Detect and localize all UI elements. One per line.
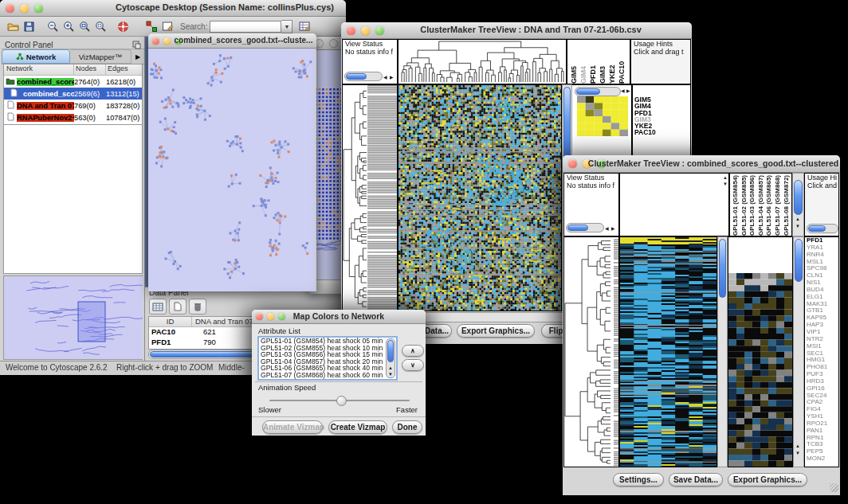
close-button[interactable] (347, 26, 355, 35)
treeview2-column-label[interactable]: GPL51-08 (GSM872) (783, 174, 791, 236)
treeview2-row-dendrogram[interactable] (563, 236, 619, 467)
scroll-left-icon[interactable]: ◀ (605, 226, 609, 232)
tab-network[interactable]: Network (2, 49, 70, 64)
view-status-scrollbar[interactable] (344, 72, 383, 81)
network-overview-canvas[interactable] (4, 276, 143, 359)
save-data-button[interactable]: Save Data... (669, 473, 723, 486)
view-status-scrollbar[interactable] (566, 223, 604, 232)
zoom-button[interactable] (278, 313, 285, 320)
float-panel-icon[interactable] (132, 38, 141, 53)
close-button[interactable] (568, 159, 577, 168)
treeview2-column-label[interactable]: GPL51-07 (GSM868) (774, 174, 783, 236)
treeview1-column-label[interactable]: GIM5 (570, 40, 579, 84)
close-button[interactable] (6, 4, 14, 13)
main-title-bar[interactable]: Cytoscape Desktop (Session Name: collins… (0, 0, 346, 17)
network-window-title-bar[interactable]: combined_scores_good.txt--cluste... (148, 33, 316, 49)
settings-button[interactable]: Settings... (613, 473, 664, 486)
open-session-icon[interactable] (5, 19, 21, 33)
network-row[interactable]: RNAPuberNov2+l 563(0) 107847(0) (4, 111, 142, 123)
zoom-out-icon[interactable] (45, 19, 61, 33)
treeview1-column-label[interactable]: PAC10 (618, 40, 627, 84)
treeview2-column-dendrogram[interactable]: ▲ ▼ (619, 173, 729, 236)
treeview2-heatmap[interactable] (619, 236, 717, 467)
treeview1-column-label[interactable]: GIM4 (579, 40, 589, 84)
scroll-up-icon[interactable]: ▲ (388, 365, 393, 371)
scroll-up-icon[interactable]: ▲ (723, 175, 728, 181)
scroll-down-icon[interactable]: ▼ (795, 451, 800, 456)
animation-speed-slider[interactable] (269, 400, 410, 401)
network-row-selected[interactable]: combined_sco 2569(6) 13112(15) (4, 88, 142, 100)
scroll-up-icon[interactable]: ▲ (795, 443, 800, 449)
scroll-right-icon[interactable]: ▶ (626, 88, 630, 94)
move-up-button[interactable]: ∧ (402, 345, 424, 357)
treeview1-column-label[interactable]: YKE2 (608, 40, 618, 84)
close-button[interactable] (256, 313, 263, 320)
export-graphics-button[interactable]: Export Graphics... (728, 473, 807, 486)
scroll-down-icon[interactable]: ▼ (795, 224, 800, 229)
treeview2-column-label[interactable]: GPL51-06 (GSM865) (765, 174, 774, 236)
zoom-selected-icon[interactable] (92, 19, 108, 33)
column-header-nodes[interactable]: Nodes (74, 64, 106, 75)
minimize-button[interactable] (267, 313, 274, 320)
column-header-network[interactable]: Network (4, 64, 74, 75)
network-overview-panel[interactable] (3, 275, 143, 360)
minimize-button[interactable] (163, 37, 171, 45)
treeview2-gene-label[interactable]: MON2 (805, 455, 838, 463)
attribute-listbox[interactable]: GPL51-01 (GSM854) heat shock 05 minGPL51… (257, 336, 398, 381)
minimize-button[interactable] (361, 26, 370, 35)
treeview1-column-dendrogram[interactable] (398, 39, 567, 84)
search-input[interactable] (210, 21, 281, 33)
move-down-button[interactable]: ∨ (402, 359, 424, 371)
scroll-down-icon[interactable]: ▼ (723, 182, 728, 187)
zoom-button[interactable] (175, 37, 182, 45)
submatrix-scrollbar[interactable] (575, 87, 621, 96)
listbox-scrollbar[interactable]: ▲ ▼ (386, 338, 395, 378)
treeview1-row-label[interactable]: PAC10 (633, 129, 690, 135)
network-row[interactable]: combined_scores 2764(0) 16218(0) (4, 76, 142, 88)
data-col-id[interactable]: ID (149, 317, 192, 326)
search-dropdown-button[interactable]: ▼ (281, 20, 292, 33)
close-button[interactable] (152, 37, 159, 45)
scroll-down-icon[interactable]: ▼ (388, 372, 393, 377)
treeview2-submatrix-panel[interactable] (728, 236, 793, 467)
attribute-table-icon[interactable] (149, 299, 167, 315)
annotation-icon[interactable] (159, 19, 175, 33)
column-labels-scrollbar[interactable]: ▲ ▼ (792, 173, 804, 236)
scroll-up-icon[interactable]: ▲ (795, 217, 800, 222)
network-row[interactable]: DNA and Tran 07 769(0) 183728(0) (4, 100, 142, 111)
treeview2-column-label[interactable]: GPL51-03 (GSM856) (748, 174, 757, 236)
dialog-title-bar[interactable]: Map Colors to Network (252, 310, 426, 324)
treeview1-row-dendrogram[interactable] (342, 84, 398, 311)
gene-list-scrollbar[interactable]: ▲ ▼ (793, 236, 804, 467)
usage-hints-scrollbar[interactable] (807, 224, 838, 233)
resize-grip[interactable] (830, 483, 838, 492)
attribute-list-item[interactable]: GPL51-07 (GSM868) heat shock 60 min (259, 372, 396, 379)
zoom-button[interactable] (597, 159, 606, 168)
scroll-right-icon[interactable]: ▶ (390, 75, 394, 80)
treeview1-submatrix-heatmap[interactable] (577, 96, 628, 136)
zoom-in-icon[interactable] (61, 19, 77, 33)
treeview2-column-label[interactable]: GPL51-04 (GSM857) (757, 174, 766, 236)
treeview2-title-bar[interactable]: ClusterMaker TreeView : combined_scores_… (563, 155, 840, 173)
treeview2-column-label[interactable]: GPL51-02 (GSM855) (740, 174, 749, 236)
treeview1-column-label[interactable]: PFD1 (589, 40, 599, 84)
minimize-button[interactable] (20, 4, 29, 13)
minimize-button[interactable] (329, 39, 338, 48)
treeview1-column-label[interactable]: GIM3 (599, 40, 608, 84)
create-vizmap-button[interactable]: Create Vizmap (328, 420, 387, 434)
treeview2-vertical-scrollbar[interactable] (717, 236, 728, 467)
scroll-right-icon[interactable]: ▶ (611, 226, 615, 232)
new-attribute-icon[interactable] (169, 299, 186, 315)
vizmap-icon[interactable] (143, 19, 159, 33)
scroll-left-icon[interactable]: ◀ (621, 88, 625, 94)
attribute-browser-icon[interactable] (296, 19, 312, 33)
zoom-button[interactable] (375, 26, 384, 35)
treeview1-title-bar[interactable]: ClusterMaker TreeView : DNA and Tran 07-… (341, 22, 692, 39)
tab-vizmapper[interactable]: VizMapper™ (70, 49, 132, 64)
scroll-left-icon[interactable]: ◀ (383, 75, 387, 80)
help-lifesaver-icon[interactable] (115, 19, 131, 33)
slider-thumb[interactable] (336, 396, 347, 406)
save-session-icon[interactable] (21, 19, 37, 33)
treeview2-column-label[interactable]: GPL51-01 (GSM854) (732, 174, 740, 236)
minimize-button[interactable] (583, 159, 591, 168)
